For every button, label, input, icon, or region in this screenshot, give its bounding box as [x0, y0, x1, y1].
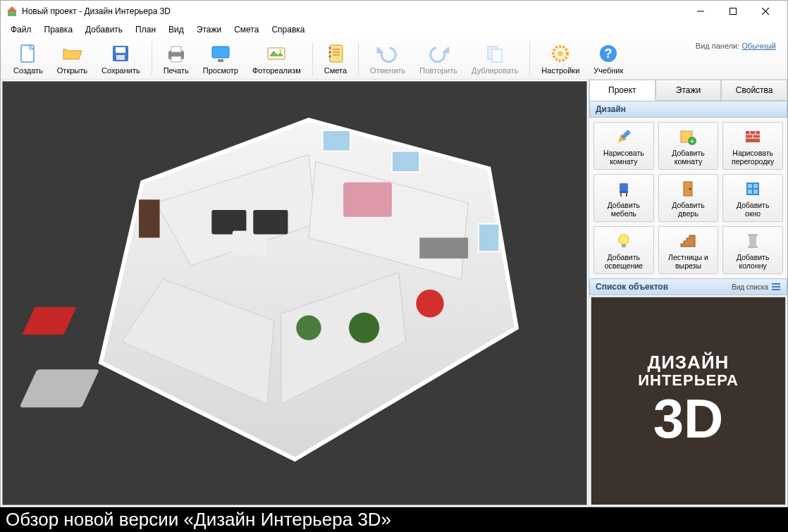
logo-line3: 3D — [638, 389, 739, 450]
add-room-button[interactable]: + Добавить комнату — [658, 122, 719, 170]
add-light-button[interactable]: Добавить освещение — [593, 226, 654, 274]
copy-icon — [484, 42, 506, 65]
svg-rect-70 — [622, 244, 626, 247]
add-window-button[interactable]: Добавить окно — [722, 174, 783, 222]
manual-label: Учебник — [593, 66, 623, 75]
titlebar: Новый проект - Дизайн Интерьера 3D — [1, 1, 787, 22]
close-button[interactable] — [749, 1, 782, 22]
content-area: Проект Этажи Свойства Дизайн Нарисовать … — [1, 80, 787, 507]
stairs-label: Лестницы и вырезы — [668, 253, 708, 270]
room-plus-icon: + — [678, 127, 698, 147]
svg-rect-18 — [330, 45, 343, 62]
list-mode-toggle[interactable]: Вид списка — [732, 282, 781, 292]
add-door-button[interactable]: Добавить дверь — [658, 174, 719, 222]
maximize-button[interactable] — [717, 1, 749, 22]
door-icon — [678, 179, 698, 199]
svg-rect-26 — [492, 49, 502, 62]
save-button[interactable]: Сохранить — [94, 39, 147, 78]
svg-point-69 — [619, 235, 629, 245]
logo-line2: ИНТЕРЬЕРА — [638, 372, 739, 389]
duplicate-label: Дублировать — [472, 66, 518, 75]
menu-estimate[interactable]: Смета — [228, 23, 264, 36]
gear-icon — [549, 42, 572, 65]
add-column-button[interactable]: Добавить колонну — [722, 226, 783, 274]
side-tabs: Проект Этажи Свойства — [589, 80, 787, 101]
svg-point-45 — [349, 313, 379, 343]
notebook-icon — [324, 42, 347, 65]
app-window: Новый проект - Дизайн Интерьера 3D Файл … — [0, 0, 788, 507]
undo-button[interactable]: Отменить — [363, 39, 412, 78]
redo-label: Повторить — [419, 66, 457, 75]
svg-rect-72 — [748, 234, 758, 236]
svg-rect-60 — [620, 183, 628, 190]
svg-rect-13 — [171, 56, 181, 62]
svg-point-65 — [689, 187, 691, 190]
svg-rect-9 — [116, 47, 125, 53]
logo-line1: ДИЗАЙН — [638, 352, 739, 373]
menu-help[interactable]: Справка — [266, 23, 310, 36]
print-label: Печать — [164, 66, 189, 75]
toolbar: Создать Открыть Сохранить Печать Просмот… — [1, 37, 787, 80]
brick-icon — [743, 127, 763, 147]
open-button[interactable]: Открыть — [50, 39, 94, 78]
svg-rect-15 — [218, 59, 223, 62]
floppy-icon — [109, 42, 132, 65]
3d-viewport[interactable] — [2, 81, 587, 505]
menu-edit[interactable]: Правка — [39, 23, 79, 36]
panel-mode-link[interactable]: Обычный — [741, 42, 776, 50]
svg-rect-47 — [392, 151, 419, 171]
folder-open-icon — [61, 42, 83, 65]
add-furniture-button[interactable]: Добавить мебель — [593, 174, 654, 222]
menu-file[interactable]: Файл — [5, 23, 37, 36]
estimate-button[interactable]: Смета — [317, 39, 354, 78]
manual-button[interactable]: ? Учебник — [586, 39, 630, 78]
svg-text:?: ? — [605, 47, 612, 61]
draw-wall-label: Нарисовать перегородку — [732, 149, 774, 166]
tab-properties[interactable]: Свойства — [721, 80, 787, 101]
tab-floors[interactable]: Этажи — [655, 80, 722, 101]
duplicate-button[interactable]: Дублировать — [464, 39, 525, 78]
svg-point-22 — [328, 47, 331, 49]
menu-floors[interactable]: Этажи — [191, 23, 227, 36]
svg-rect-50 — [621, 129, 631, 139]
minimize-button[interactable] — [684, 1, 717, 22]
menu-add[interactable]: Добавить — [80, 23, 128, 36]
undo-icon — [376, 42, 399, 65]
separator — [152, 42, 152, 75]
tab-project[interactable]: Проект — [589, 80, 655, 101]
redo-icon — [427, 42, 450, 65]
draw-wall-button[interactable]: Нарисовать перегородку — [722, 122, 783, 170]
svg-rect-38 — [211, 210, 246, 234]
objects-panel: ДИЗАЙН ИНТЕРЬЕРА 3D — [591, 297, 786, 505]
menu-view[interactable]: Вид — [163, 23, 190, 36]
print-button[interactable]: Печать — [156, 39, 196, 78]
photorealism-button[interactable]: Фотореализм — [245, 39, 308, 78]
menu-plan[interactable]: План — [130, 23, 161, 36]
settings-button[interactable]: Настройки — [534, 39, 586, 78]
help-icon: ? — [597, 42, 620, 65]
svg-rect-77 — [772, 283, 780, 285]
svg-rect-3 — [730, 8, 737, 15]
design-header: Дизайн — [589, 101, 787, 118]
add-window-label: Добавить окно — [737, 201, 769, 218]
create-label: Создать — [13, 66, 43, 75]
svg-rect-12 — [171, 47, 181, 52]
create-button[interactable]: Создать — [6, 39, 50, 78]
settings-label: Настройки — [541, 66, 579, 75]
photorealism-label: Фотореализм — [252, 66, 301, 75]
list-mode-label: Вид списка — [732, 283, 768, 291]
new-file-icon — [17, 42, 39, 65]
pencil-icon — [614, 127, 634, 147]
render-icon — [265, 42, 288, 65]
redo-button[interactable]: Повторить — [412, 39, 464, 78]
svg-rect-43 — [419, 237, 468, 258]
svg-point-23 — [328, 51, 331, 53]
svg-rect-46 — [322, 130, 350, 151]
separator — [529, 42, 530, 75]
preview-button[interactable]: Просмотр — [196, 39, 245, 78]
draw-room-label: Нарисовать комнату — [603, 149, 644, 166]
video-caption: Обзор новой версии «Дизайн Интерьера 3D» — [0, 507, 788, 532]
draw-room-button[interactable]: Нарисовать комнату — [593, 122, 654, 170]
stairs-button[interactable]: Лестницы и вырезы — [658, 226, 719, 274]
chair-icon — [614, 179, 634, 199]
